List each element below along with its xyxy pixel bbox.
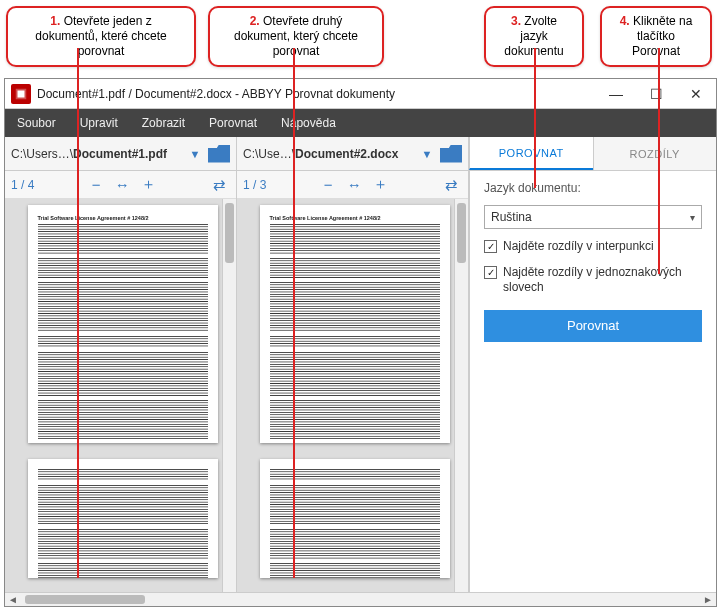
left-file-prefix: C:\Users…\ xyxy=(11,147,73,161)
right-zoom-in-icon[interactable]: ＋ xyxy=(370,175,390,195)
left-doc-viewport[interactable]: Trial Software License Agreement # 1248/… xyxy=(5,199,236,592)
close-button[interactable]: ✕ xyxy=(676,79,716,109)
right-file-path: C:\Use…\ Document#2.docx xyxy=(243,147,414,161)
left-doc-controls: 1 / 4 − ↔ ＋ ⇄ xyxy=(5,171,236,199)
callout-3-leader xyxy=(534,48,536,188)
left-doc-pane: 1 / 4 − ↔ ＋ ⇄ Trial Software License Agr… xyxy=(5,171,237,592)
right-zoom-out-icon[interactable]: − xyxy=(318,175,338,195)
left-file-name: Document#1.pdf xyxy=(73,147,167,161)
titlebar: Document#1.pdf / Document#2.docx - ABBYY… xyxy=(5,79,716,109)
right-page-indicator: 1 / 3 xyxy=(243,178,266,192)
right-fit-width-icon[interactable]: ↔ xyxy=(344,175,364,195)
language-select[interactable]: Ruština ▾ xyxy=(484,205,702,229)
left-page-1: Trial Software License Agreement # 1248/… xyxy=(28,205,218,443)
left-page-2 xyxy=(28,459,218,578)
hscroll-right-arrow[interactable]: ► xyxy=(700,593,716,607)
right-vertical-scrollbar[interactable] xyxy=(454,199,468,592)
callout-4-text: Klikněte na tlačítko Porovnat xyxy=(632,14,692,58)
callout-1: 1. Otevřete jeden z dokumentů, které chc… xyxy=(6,6,196,67)
right-doc-viewport[interactable]: Trial Software License Agreement # 1248/… xyxy=(237,199,468,592)
callout-2-num: 2. xyxy=(250,14,260,28)
app-icon xyxy=(11,84,31,104)
callout-2-leader xyxy=(293,48,295,578)
tab-diffs[interactable]: ROZDÍLY xyxy=(593,137,717,170)
right-file-prefix: C:\Use…\ xyxy=(243,147,295,161)
checkbox-singlechar-label: Najděte rozdíly v jednoznakových slovech xyxy=(503,265,702,296)
left-page-indicator: 1 / 4 xyxy=(11,178,34,192)
menu-file[interactable]: Soubor xyxy=(5,109,68,137)
menubar: Soubor Upravit Zobrazit Porovnat Nápověd… xyxy=(5,109,716,137)
language-label: Jazyk dokumentu: xyxy=(484,181,702,195)
left-file-cell: C:\Users…\ Document#1.pdf ▼ xyxy=(5,137,237,170)
minimize-button[interactable]: — xyxy=(596,79,636,109)
right-page-1-title: Trial Software License Agreement # 1248/… xyxy=(270,215,440,222)
side-panel: Jazyk dokumentu: Ruština ▾ ✓ Najděte roz… xyxy=(469,171,716,592)
window-title: Document#1.pdf / Document#2.docx - ABBYY… xyxy=(37,87,596,101)
left-sync-scroll-icon[interactable]: ⇄ xyxy=(210,175,230,195)
menu-view[interactable]: Zobrazit xyxy=(130,109,197,137)
hscroll-track[interactable] xyxy=(21,593,700,606)
language-value: Ruština xyxy=(491,210,532,224)
left-file-dropdown[interactable]: ▼ xyxy=(186,145,204,163)
right-doc-controls: 1 / 3 − ↔ ＋ ⇄ xyxy=(237,171,468,199)
left-fit-width-icon[interactable]: ↔ xyxy=(112,175,132,195)
left-page-1-title: Trial Software License Agreement # 1248/… xyxy=(38,215,208,222)
right-file-name: Document#2.docx xyxy=(295,147,398,161)
hscroll-left-arrow[interactable]: ◄ xyxy=(5,593,21,607)
checkbox-singlechar-box: ✓ xyxy=(484,266,497,279)
tab-compare[interactable]: POROVNAT xyxy=(469,137,593,170)
right-doc-pane: 1 / 3 − ↔ ＋ ⇄ Trial Software License Agr… xyxy=(237,171,469,592)
right-page-2 xyxy=(260,459,450,578)
callout-4-num: 4. xyxy=(620,14,630,28)
tutorial-callouts: 1. Otevřete jeden z dokumentů, které chc… xyxy=(0,6,721,80)
callout-4: 4. Klikněte na tlačítko Porovnat xyxy=(600,6,712,67)
callout-4-leader xyxy=(658,48,660,274)
maximize-button[interactable]: ☐ xyxy=(636,79,676,109)
toolbar: C:\Users…\ Document#1.pdf ▼ C:\Use…\ Doc… xyxy=(5,137,716,171)
checkbox-punctuation-label: Najděte rozdíly v interpunkci xyxy=(503,239,654,255)
checkbox-punctuation[interactable]: ✓ Najděte rozdíly v interpunkci xyxy=(484,239,702,255)
left-vertical-scrollbar[interactable] xyxy=(222,199,236,592)
checkbox-singlechar[interactable]: ✓ Najděte rozdíly v jednoznakových slove… xyxy=(484,265,702,296)
content-area: 1 / 4 − ↔ ＋ ⇄ Trial Software License Agr… xyxy=(5,171,716,592)
callout-1-num: 1. xyxy=(50,14,60,28)
compare-button[interactable]: Porovnat xyxy=(484,310,702,342)
side-tabs: POROVNAT ROZDÍLY xyxy=(469,137,716,170)
callout-1-leader xyxy=(77,48,79,578)
right-file-cell: C:\Use…\ Document#2.docx ▼ xyxy=(237,137,469,170)
left-zoom-out-icon[interactable]: − xyxy=(86,175,106,195)
callout-2: 2. Otevřete druhý dokument, který chcete… xyxy=(208,6,384,67)
right-page-1: Trial Software License Agreement # 1248/… xyxy=(260,205,450,443)
callout-3-num: 3. xyxy=(511,14,521,28)
left-file-path: C:\Users…\ Document#1.pdf xyxy=(11,147,182,161)
right-sync-scroll-icon[interactable]: ⇄ xyxy=(442,175,462,195)
left-open-folder-icon[interactable] xyxy=(208,145,230,163)
checkbox-punctuation-box: ✓ xyxy=(484,240,497,253)
menu-help[interactable]: Nápověda xyxy=(269,109,348,137)
horizontal-scrollbar[interactable]: ◄ ► xyxy=(5,592,716,606)
app-window: Document#1.pdf / Document#2.docx - ABBYY… xyxy=(4,78,717,607)
right-open-folder-icon[interactable] xyxy=(440,145,462,163)
left-zoom-in-icon[interactable]: ＋ xyxy=(138,175,158,195)
chevron-down-icon: ▾ xyxy=(690,212,695,223)
right-file-dropdown[interactable]: ▼ xyxy=(418,145,436,163)
menu-compare[interactable]: Porovnat xyxy=(197,109,269,137)
